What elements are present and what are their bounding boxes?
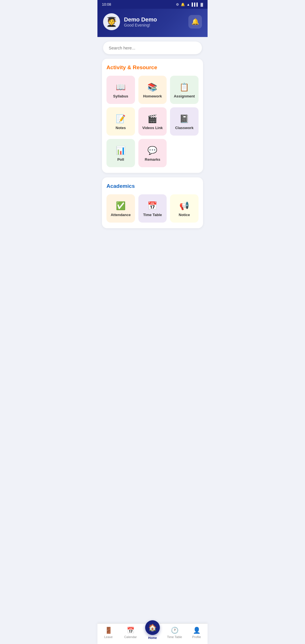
academics-item-attendance[interactable]: ✅ Attendance — [106, 194, 135, 223]
bottom-nav: 🚪 Leave 📅 Calendar 🏠 Home 🕐 Time Table 👤… — [97, 623, 208, 644]
timetable-icon: 📅 — [147, 201, 157, 210]
academics-title: Academics — [106, 183, 199, 189]
profile-icon: 👤 — [193, 627, 201, 634]
activity-resource-title: Activity & Resource — [106, 64, 199, 71]
home-icon: 🏠 — [148, 624, 157, 632]
notice-icon: 📢 — [179, 201, 189, 210]
syllabus-icon: 📖 — [116, 82, 126, 92]
activity-item-poll[interactable]: 📊 Poll — [106, 139, 135, 167]
activity-item-assignment[interactable]: 📋 Assignment — [170, 76, 199, 104]
notification-button[interactable]: 🔔 — [188, 15, 202, 29]
academics-grid: ✅ Attendance 📅 Time Table 📢 Notice — [106, 194, 199, 223]
nav-calendar[interactable]: 📅 Calendar — [119, 627, 141, 639]
activity-item-remarks[interactable]: 💬 Remarks — [138, 139, 167, 167]
attendance-icon: ✅ — [116, 201, 126, 210]
assignment-icon: 📋 — [179, 82, 189, 92]
status-bar: 10:08 ⚙ 🔔 ▲ ▌▌▌ ▓ — [97, 0, 208, 9]
calendar-icon: 📅 — [127, 627, 134, 634]
homework-icon: 📚 — [147, 82, 157, 92]
assignment-label: Assignment — [174, 94, 195, 98]
search-container — [97, 37, 208, 59]
user-name: Demo Demo — [124, 16, 157, 23]
header: 🧑‍🎓 Demo Demo Good Evening! 🔔 — [97, 9, 208, 37]
main-content: Activity & Resource 📖 Syllabus 📚 Homewor… — [97, 59, 208, 261]
academics-item-timetable[interactable]: 📅 Time Table — [138, 194, 167, 223]
nav-timetable[interactable]: 🕐 Time Table — [164, 627, 186, 639]
timetable-label: Time Table — [143, 213, 162, 217]
attendance-label: Attendance — [111, 213, 131, 217]
remarks-icon: 💬 — [147, 146, 157, 155]
activity-item-syllabus[interactable]: 📖 Syllabus — [106, 76, 135, 104]
nav-home-label: Home — [148, 636, 157, 639]
search-input[interactable] — [103, 42, 202, 54]
leave-icon: 🚪 — [105, 627, 112, 634]
classwork-label: Classwork — [175, 126, 193, 130]
settings-icon: ⚙ — [176, 3, 179, 6]
status-time: 10:08 — [102, 2, 111, 6]
poll-label: Poll — [117, 157, 124, 162]
nav-timetable-label: Time Table — [167, 635, 182, 639]
avatar: 🧑‍🎓 — [103, 13, 120, 30]
syllabus-label: Syllabus — [113, 94, 128, 98]
poll-icon: 📊 — [116, 146, 126, 155]
notes-label: Notes — [116, 126, 126, 130]
status-icons: ⚙ 🔔 ▲ ▌▌▌ ▓ — [176, 3, 203, 6]
homework-label: Homework — [143, 94, 162, 98]
activity-item-videos-link[interactable]: 🎬 Videos Link — [138, 107, 167, 136]
wifi-icon: ▲ — [187, 3, 190, 6]
activity-item-notes[interactable]: 📝 Notes — [106, 107, 135, 136]
activity-resource-section: Activity & Resource 📖 Syllabus 📚 Homewor… — [102, 59, 203, 173]
activity-resource-grid: 📖 Syllabus 📚 Homework 📋 Assignment 📝 Not… — [106, 76, 199, 167]
remarks-label: Remarks — [145, 157, 160, 162]
videos-link-icon: 🎬 — [147, 114, 157, 123]
nav-calendar-label: Calendar — [124, 635, 137, 639]
nav-profile-label: Profile — [192, 635, 201, 639]
activity-item-homework[interactable]: 📚 Homework — [138, 76, 167, 104]
nav-home[interactable]: 🏠 Home — [141, 626, 164, 639]
nav-profile[interactable]: 👤 Profile — [186, 627, 208, 639]
notice-label: Notice — [179, 213, 190, 217]
bell-icon: 🔔 — [191, 18, 199, 25]
home-circle: 🏠 — [145, 620, 160, 635]
signal-icon: ▌▌▌ — [192, 3, 199, 6]
timetable-icon: 🕐 — [171, 627, 178, 634]
notification-icon: 🔔 — [181, 3, 185, 6]
nav-leave[interactable]: 🚪 Leave — [97, 627, 119, 639]
activity-item-classwork[interactable]: 📓 Classwork — [170, 107, 199, 136]
notes-icon: 📝 — [116, 114, 126, 123]
classwork-icon: 📓 — [179, 114, 189, 123]
academics-item-notice[interactable]: 📢 Notice — [170, 194, 199, 223]
header-left: 🧑‍🎓 Demo Demo Good Evening! — [103, 13, 157, 30]
greeting-text: Good Evening! — [124, 23, 157, 27]
nav-leave-label: Leave — [104, 635, 113, 639]
header-text: Demo Demo Good Evening! — [124, 16, 157, 27]
battery-icon: ▓ — [201, 3, 203, 6]
academics-section: Academics ✅ Attendance 📅 Time Table 📢 No… — [102, 177, 203, 228]
videos-link-label: Videos Link — [142, 126, 163, 130]
